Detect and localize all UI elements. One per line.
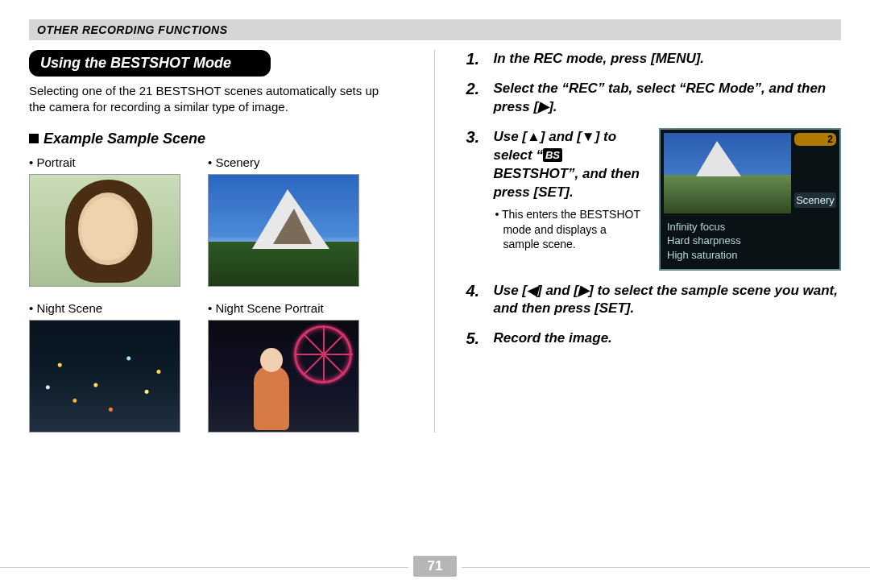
column-divider — [434, 50, 435, 433]
step-list: 1. In the REC mode, press [MENU]. 2. Sel… — [466, 50, 841, 348]
left-column: Using the BESTSHOT Mode Selecting one of… — [29, 50, 410, 433]
step-text: Select the “REC” tab, select “REC Mode”,… — [493, 80, 841, 117]
two-column-layout: Using the BESTSHOT Mode Selecting one of… — [29, 50, 841, 433]
right-column: 1. In the REC mode, press [MENU]. 2. Sel… — [459, 50, 841, 433]
sample-label: • Portrait — [29, 155, 180, 169]
lcd-info-line: High saturation — [667, 248, 833, 263]
lcd-info-line: Infinity focus — [667, 220, 833, 234]
section-header: OTHER RECORDING FUNCTIONS — [29, 19, 841, 40]
step-number: 4. — [466, 282, 485, 319]
step-number: 1. — [466, 50, 485, 68]
page-footer: 71 — [0, 556, 870, 577]
sample-label: • Night Scene Portrait — [208, 301, 359, 315]
thumb-portrait — [29, 174, 180, 287]
step-text: Use [◀] and [▶] to select the sample sce… — [493, 282, 841, 319]
thumb-night-scene — [29, 320, 180, 433]
sample-scene-heading: Example Sample Scene — [29, 130, 410, 147]
sample-label: • Night Scene — [29, 301, 180, 315]
lcd-info-line: Hard sharpness — [667, 234, 833, 248]
lcd-preview: 2 Scenery Infinity focus Hard sharpness … — [659, 128, 841, 271]
step-2: 2. Select the “REC” tab, select “REC Mod… — [466, 80, 841, 117]
manual-page: OTHER RECORDING FUNCTIONS Using the BEST… — [0, 0, 870, 588]
sample-grid: • Portrait • Scenery • Night Scene — [29, 155, 410, 433]
section-header-text: OTHER RECORDING FUNCTIONS — [37, 23, 228, 36]
topic-title-text: Using the BESTSHOT Mode — [40, 55, 231, 71]
step-number: 5. — [466, 329, 485, 348]
lcd-scene-number: 2 — [794, 133, 836, 146]
sample-label: • Scenery — [208, 155, 359, 169]
step-text: Record the image. — [493, 329, 841, 348]
step-number: 3. — [466, 128, 485, 271]
topic-title-pill: Using the BESTSHOT Mode — [29, 50, 271, 77]
sample-scene-heading-text: Example Sample Scene — [44, 130, 205, 147]
step-1: 1. In the REC mode, press [MENU]. — [466, 50, 841, 68]
step-sub-bullet: • This enters the BESTSHOT mode and disp… — [493, 207, 644, 253]
step-4: 4. Use [◀] and [▶] to select the sample … — [466, 282, 841, 319]
step-number: 2. — [466, 80, 485, 117]
thumb-night-scene-portrait — [208, 320, 359, 433]
intro-paragraph: Selecting one of the 21 BESTSHOT scenes … — [29, 83, 383, 116]
lcd-scene-label: Scenery — [794, 193, 836, 208]
sample-cell: • Night Scene Portrait — [208, 301, 359, 433]
bestshot-icon: BS — [543, 148, 562, 163]
thumb-scenery — [208, 174, 359, 287]
page-number: 71 — [413, 556, 458, 577]
sample-cell: • Night Scene — [29, 301, 180, 433]
step-text: In the REC mode, press [MENU]. — [493, 50, 841, 68]
sample-cell: • Scenery — [208, 155, 359, 287]
lcd-preview-image — [664, 133, 791, 213]
lcd-info-panel: Infinity focus Hard sharpness High satur… — [661, 217, 839, 269]
step-5: 5. Record the image. — [466, 329, 841, 348]
step-3: 3. Use [▲] and [▼] to select “BS BESTSHO… — [466, 128, 841, 271]
step-text: Use [▲] and [▼] to select “BS BESTSHOT”,… — [493, 128, 644, 202]
square-bullet-icon — [29, 134, 39, 143]
sample-cell: • Portrait — [29, 155, 180, 287]
